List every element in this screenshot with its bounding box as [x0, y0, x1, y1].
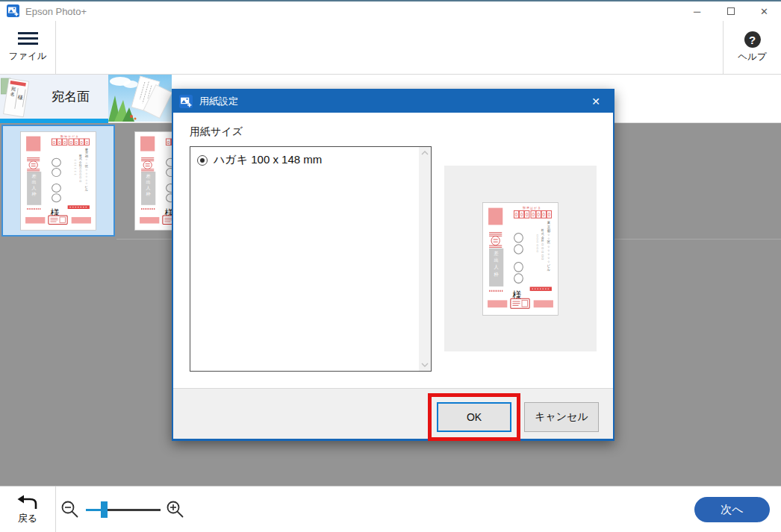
maximize-icon	[727, 7, 735, 15]
scrollbar-up-icon[interactable]	[419, 147, 431, 159]
toolbar: ファイル ? ヘルプ	[0, 21, 781, 75]
paper-size-option-label: ハガキ 100 x 148 mm	[214, 153, 322, 167]
help-icon: ?	[744, 31, 761, 48]
minimize-icon: ─	[694, 6, 700, 17]
dialog-app-icon	[179, 95, 193, 108]
listbox-scrollbar[interactable]	[419, 147, 431, 371]
minimize-button[interactable]: ─	[680, 1, 714, 21]
svg-text:□□□□□□: □□□□□□	[75, 159, 76, 176]
svg-text:0: 0	[548, 212, 551, 217]
close-icon: ✕	[760, 6, 768, 17]
dialog-titlebar: 用紙設定 ✕	[173, 90, 613, 113]
hamburger-icon	[18, 32, 38, 45]
paper-size-option-hagaki[interactable]: ハガキ 100 x 148 mm	[190, 147, 431, 167]
tab-design-side-thumbnail[interactable]	[108, 75, 172, 122]
svg-text:様: 様	[17, 94, 23, 100]
paper-size-listbox: ハガキ 100 x 148 mm	[190, 146, 432, 372]
file-menu-button[interactable]: ファイル	[0, 21, 56, 74]
back-button-label: 戻る	[18, 512, 37, 525]
next-button[interactable]: 次へ	[694, 497, 770, 522]
zoom-slider-thumb[interactable]	[101, 501, 108, 518]
address-side-thumbnail-icon: 宛名 様	[1, 76, 33, 120]
svg-text:郵便はがき: 郵便はがき	[60, 134, 79, 138]
dialog-close-button[interactable]: ✕	[580, 90, 612, 113]
dialog-body: 用紙サイズ ハガキ 100 x 148 mm 郵便はがき	[173, 113, 613, 439]
cancel-button[interactable]: キャンセル	[524, 402, 599, 432]
help-label: ヘルプ	[738, 51, 766, 63]
svg-text:0: 0	[543, 212, 546, 217]
template-thumbnail-2-image: 郵便はがき 0 0 0 0 0 0 0 東京都○○区○○○○○ビル 株式会社□□…	[134, 131, 172, 231]
close-button[interactable]: ✕	[747, 1, 781, 21]
dialog-close-icon: ✕	[591, 96, 600, 107]
dialog-title: 用紙設定	[199, 95, 238, 108]
zoom-slider-track-active[interactable]	[86, 509, 102, 511]
template-thumbnail-2[interactable]: 郵便はがき 0 0 0 0 0 0 0 東京都○○区○○○○○ビル 株式会社□□…	[134, 131, 172, 231]
titlebar: Epson Photo+ ─ ✕	[0, 1, 781, 21]
ok-button[interactable]: OK	[437, 402, 511, 432]
help-button[interactable]: ? ヘルプ	[723, 21, 781, 74]
file-menu-label: ファイル	[8, 50, 46, 63]
epson-photo-plus-window: Epson Photo+ ─ ✕ ファイル ? ヘルプ 宛名 様 宛名面	[0, 0, 781, 532]
paper-preview-image: 郵便はがき 0 0 0 0 0 0 0 東京都○○区○○○○○ビル 株式会社□□…	[482, 202, 558, 316]
svg-text:0: 0	[538, 212, 541, 217]
template-thumbnail-1[interactable]: 郵便はがき 0 0 0 0 0 0 0 東京都○○区○○○○○ビル 株式会社□□…	[20, 131, 96, 231]
zoom-out-icon[interactable]	[60, 499, 81, 520]
paper-settings-dialog: 用紙設定 ✕ 用紙サイズ ハガキ 100 x 148 mm	[172, 89, 614, 441]
paper-preview-panel: 郵便はがき 0 0 0 0 0 0 0 東京都○○区○○○○○ビル 株式会社□□…	[444, 166, 597, 351]
scrollbar-down-icon[interactable]	[419, 359, 431, 371]
paper-size-label: 用紙サイズ	[190, 125, 243, 139]
maximize-button[interactable]	[714, 1, 747, 21]
zoom-slider-track[interactable]	[108, 509, 161, 511]
tab-address-side[interactable]: 宛名 様 宛名面	[0, 75, 108, 123]
zoom-in-icon[interactable]	[165, 499, 186, 520]
back-arrow-icon	[16, 493, 39, 510]
radio-selected-icon	[197, 155, 208, 166]
window-title: Epson Photo+	[25, 6, 87, 17]
app-icon	[7, 4, 19, 17]
svg-text:0: 0	[532, 212, 535, 217]
svg-text:0: 0	[520, 212, 523, 217]
svg-text:0: 0	[526, 212, 529, 217]
svg-text:0: 0	[515, 212, 518, 217]
tab-address-side-label: 宛名面	[33, 75, 108, 119]
footer-bar: 戻る 次へ	[0, 486, 781, 532]
back-button[interactable]: 戻る	[0, 486, 56, 532]
